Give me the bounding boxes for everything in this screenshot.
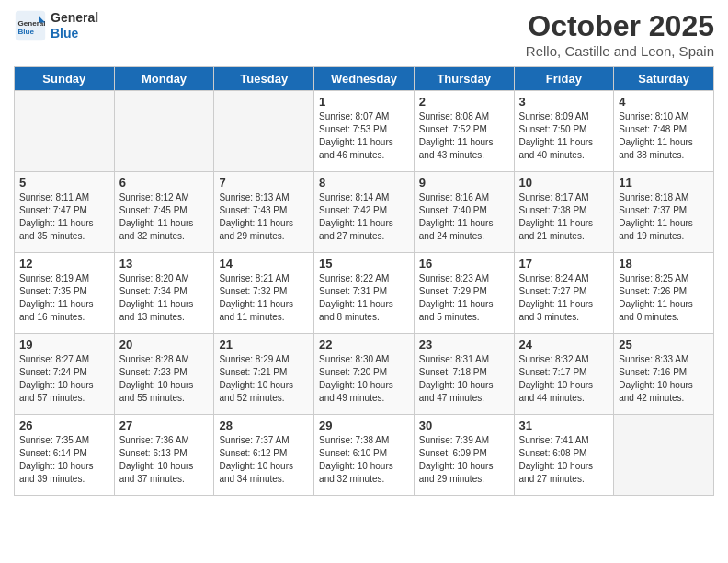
logo: General Blue General Blue <box>14 9 98 42</box>
day-info: Sunrise: 7:36 AMSunset: 6:13 PMDaylight:… <box>119 434 210 486</box>
svg-text:Blue: Blue <box>18 28 35 36</box>
calendar-cell: 26Sunrise: 7:35 AMSunset: 6:14 PMDayligh… <box>15 415 115 496</box>
calendar-cell: 13Sunrise: 8:20 AMSunset: 7:34 PMDayligh… <box>114 253 214 334</box>
calendar-day-header: Sunday <box>15 67 115 91</box>
calendar-day-header: Saturday <box>614 67 714 91</box>
calendar-week-row: 1Sunrise: 8:07 AMSunset: 7:53 PMDaylight… <box>15 91 714 172</box>
day-number: 29 <box>319 419 409 432</box>
day-info: Sunrise: 8:30 AMSunset: 7:20 PMDaylight:… <box>319 353 409 405</box>
calendar-cell: 3Sunrise: 8:09 AMSunset: 7:50 PMDaylight… <box>514 91 614 172</box>
day-number: 19 <box>19 338 109 351</box>
calendar-cell: 27Sunrise: 7:36 AMSunset: 6:13 PMDayligh… <box>114 415 214 496</box>
day-number: 27 <box>119 419 210 432</box>
calendar-week-row: 12Sunrise: 8:19 AMSunset: 7:35 PMDayligh… <box>15 253 714 334</box>
day-number: 20 <box>119 338 210 351</box>
calendar-cell: 2Sunrise: 8:08 AMSunset: 7:52 PMDaylight… <box>414 91 514 172</box>
calendar-cell: 15Sunrise: 8:22 AMSunset: 7:31 PMDayligh… <box>314 253 415 334</box>
day-info: Sunrise: 8:29 AMSunset: 7:21 PMDaylight:… <box>219 353 309 405</box>
header: General Blue General Blue October 2025 R… <box>14 9 714 59</box>
day-number: 12 <box>19 257 109 270</box>
day-info: Sunrise: 7:37 AMSunset: 6:12 PMDaylight:… <box>219 434 309 486</box>
day-number: 4 <box>619 95 709 109</box>
calendar-cell: 7Sunrise: 8:13 AMSunset: 7:43 PMDaylight… <box>214 172 314 253</box>
day-number: 5 <box>19 176 109 190</box>
day-info: Sunrise: 7:39 AMSunset: 6:09 PMDaylight:… <box>419 434 509 486</box>
calendar-cell <box>614 415 714 496</box>
calendar-cell <box>214 91 314 172</box>
day-number: 17 <box>519 257 609 270</box>
day-info: Sunrise: 8:14 AMSunset: 7:42 PMDaylight:… <box>319 191 409 243</box>
calendar-week-row: 5Sunrise: 8:11 AMSunset: 7:47 PMDaylight… <box>15 172 714 253</box>
day-info: Sunrise: 8:09 AMSunset: 7:50 PMDaylight:… <box>519 110 609 162</box>
day-info: Sunrise: 8:22 AMSunset: 7:31 PMDaylight:… <box>319 272 409 324</box>
calendar-cell <box>114 91 214 172</box>
day-info: Sunrise: 8:13 AMSunset: 7:43 PMDaylight:… <box>219 191 309 243</box>
day-number: 28 <box>219 419 309 432</box>
calendar-cell: 21Sunrise: 8:29 AMSunset: 7:21 PMDayligh… <box>214 334 314 415</box>
calendar-cell <box>15 91 115 172</box>
day-number: 9 <box>419 176 509 190</box>
day-number: 11 <box>619 176 709 190</box>
calendar-cell: 14Sunrise: 8:21 AMSunset: 7:32 PMDayligh… <box>214 253 314 334</box>
calendar-table: SundayMondayTuesdayWednesdayThursdayFrid… <box>14 66 714 496</box>
day-number: 23 <box>419 338 509 351</box>
calendar-cell: 31Sunrise: 7:41 AMSunset: 6:08 PMDayligh… <box>514 415 614 496</box>
day-info: Sunrise: 8:32 AMSunset: 7:17 PMDaylight:… <box>519 353 609 405</box>
day-info: Sunrise: 8:24 AMSunset: 7:27 PMDaylight:… <box>519 272 609 324</box>
calendar-cell: 10Sunrise: 8:17 AMSunset: 7:38 PMDayligh… <box>514 172 614 253</box>
day-number: 30 <box>419 419 509 432</box>
page: General Blue General Blue October 2025 R… <box>0 0 728 563</box>
day-info: Sunrise: 8:19 AMSunset: 7:35 PMDaylight:… <box>19 272 109 324</box>
calendar-cell: 17Sunrise: 8:24 AMSunset: 7:27 PMDayligh… <box>514 253 614 334</box>
day-number: 14 <box>219 257 309 270</box>
day-number: 18 <box>619 257 709 270</box>
calendar-day-header: Thursday <box>414 67 514 91</box>
calendar-day-header: Friday <box>514 67 614 91</box>
day-number: 10 <box>519 176 609 190</box>
day-info: Sunrise: 8:21 AMSunset: 7:32 PMDaylight:… <box>219 272 309 324</box>
day-info: Sunrise: 8:07 AMSunset: 7:53 PMDaylight:… <box>319 110 409 162</box>
day-info: Sunrise: 8:31 AMSunset: 7:18 PMDaylight:… <box>419 353 509 405</box>
calendar-week-row: 26Sunrise: 7:35 AMSunset: 6:14 PMDayligh… <box>15 415 714 496</box>
calendar-header-row: SundayMondayTuesdayWednesdayThursdayFrid… <box>15 67 714 91</box>
logo-icon: General Blue <box>14 9 47 42</box>
day-number: 31 <box>519 419 609 432</box>
calendar-cell: 30Sunrise: 7:39 AMSunset: 6:09 PMDayligh… <box>414 415 514 496</box>
day-info: Sunrise: 8:11 AMSunset: 7:47 PMDaylight:… <box>19 191 109 243</box>
day-info: Sunrise: 8:20 AMSunset: 7:34 PMDaylight:… <box>119 272 210 324</box>
calendar-cell: 23Sunrise: 8:31 AMSunset: 7:18 PMDayligh… <box>414 334 514 415</box>
day-info: Sunrise: 8:23 AMSunset: 7:29 PMDaylight:… <box>419 272 509 324</box>
logo-text: General Blue <box>51 10 98 41</box>
day-number: 26 <box>19 419 109 432</box>
day-number: 1 <box>319 95 409 109</box>
day-number: 24 <box>519 338 609 351</box>
calendar-cell: 6Sunrise: 8:12 AMSunset: 7:45 PMDaylight… <box>114 172 214 253</box>
day-info: Sunrise: 8:18 AMSunset: 7:37 PMDaylight:… <box>619 191 709 243</box>
day-number: 21 <box>219 338 309 351</box>
day-info: Sunrise: 8:27 AMSunset: 7:24 PMDaylight:… <box>19 353 109 405</box>
day-number: 8 <box>319 176 409 190</box>
calendar-cell: 29Sunrise: 7:38 AMSunset: 6:10 PMDayligh… <box>314 415 415 496</box>
calendar-cell: 18Sunrise: 8:25 AMSunset: 7:26 PMDayligh… <box>614 253 714 334</box>
day-number: 3 <box>519 95 609 109</box>
day-info: Sunrise: 8:10 AMSunset: 7:48 PMDaylight:… <box>619 110 709 162</box>
calendar-day-header: Wednesday <box>314 67 415 91</box>
day-info: Sunrise: 8:12 AMSunset: 7:45 PMDaylight:… <box>119 191 210 243</box>
calendar-cell: 28Sunrise: 7:37 AMSunset: 6:12 PMDayligh… <box>214 415 314 496</box>
day-info: Sunrise: 8:08 AMSunset: 7:52 PMDaylight:… <box>419 110 509 162</box>
calendar-cell: 9Sunrise: 8:16 AMSunset: 7:40 PMDaylight… <box>414 172 514 253</box>
calendar-cell: 11Sunrise: 8:18 AMSunset: 7:37 PMDayligh… <box>614 172 714 253</box>
day-number: 16 <box>419 257 509 270</box>
month-title: October 2025 <box>526 9 714 43</box>
calendar-cell: 8Sunrise: 8:14 AMSunset: 7:42 PMDaylight… <box>314 172 415 253</box>
day-info: Sunrise: 8:17 AMSunset: 7:38 PMDaylight:… <box>519 191 609 243</box>
calendar-cell: 19Sunrise: 8:27 AMSunset: 7:24 PMDayligh… <box>15 334 115 415</box>
day-number: 13 <box>119 257 210 270</box>
calendar-day-header: Monday <box>114 67 214 91</box>
calendar-week-row: 19Sunrise: 8:27 AMSunset: 7:24 PMDayligh… <box>15 334 714 415</box>
day-info: Sunrise: 8:28 AMSunset: 7:23 PMDaylight:… <box>119 353 210 405</box>
calendar-cell: 5Sunrise: 8:11 AMSunset: 7:47 PMDaylight… <box>15 172 115 253</box>
calendar-day-header: Tuesday <box>214 67 314 91</box>
day-number: 6 <box>119 176 210 190</box>
title-block: October 2025 Rello, Castille and Leon, S… <box>526 9 714 59</box>
